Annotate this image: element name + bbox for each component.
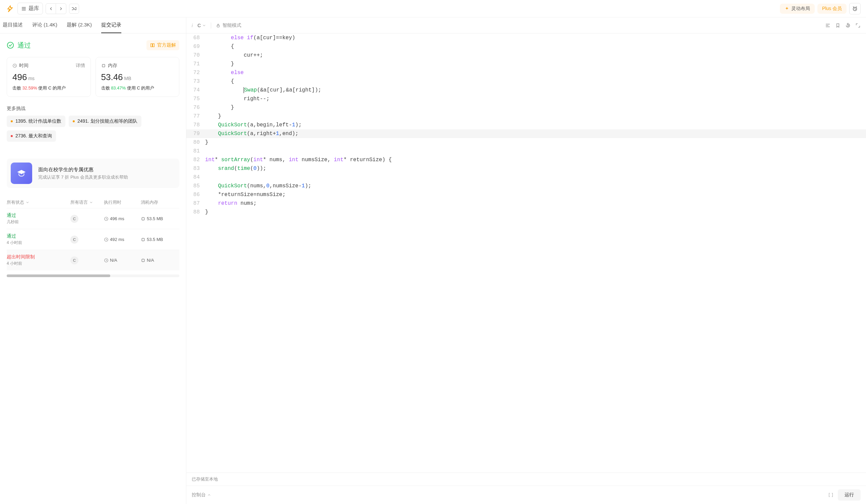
code-line[interactable]: 82int* sortArray(int* nums, int numsSize…	[186, 156, 866, 164]
code-line[interactable]: 69 {	[186, 42, 866, 51]
topbar: 题库 灵动布局 Plus 会员	[0, 0, 866, 18]
svg-rect-9	[142, 259, 144, 261]
time-card[interactable]: 时间 详情 496ms 击败 32.59% 使用 C 的用户	[7, 57, 91, 97]
line-number: 73	[186, 77, 205, 86]
code-line[interactable]: 79 QuickSort(a,right+1,end);	[186, 130, 866, 138]
runtime-value: 492 ms	[110, 237, 124, 242]
line-number: 69	[186, 42, 205, 51]
right-panel: i C 智能模式 68 else if(a[cur]==key)69 {70	[186, 18, 866, 504]
line-number: 71	[186, 60, 205, 68]
code-content: }	[205, 112, 221, 121]
code-content: cur++;	[205, 51, 263, 60]
tab-solutions[interactable]: 题解 (2.3K)	[67, 18, 92, 33]
code-line[interactable]: 68 else if(a[cur]==key)	[186, 34, 866, 42]
code-line[interactable]: 77 }	[186, 112, 866, 121]
code-line[interactable]: 83 srand(time(0));	[186, 164, 866, 173]
smart-layout-button[interactable]: 灵动布局	[780, 4, 815, 14]
horizontal-scrollbar[interactable]	[7, 275, 179, 277]
submission-row[interactable]: 通过4 小时前C492 ms53.5 MB	[7, 229, 179, 250]
logo-icon[interactable]	[5, 4, 15, 13]
code-line[interactable]: 75 right--;	[186, 94, 866, 103]
challenge-chip[interactable]: 1395. 统计作战单位数	[7, 116, 65, 127]
mem-percentile: 83.47%	[111, 86, 126, 90]
alarm-icon	[852, 6, 858, 12]
tab-description[interactable]: 题目描述	[3, 18, 23, 33]
memory-card[interactable]: 内存 53.46MB 击败 83.47% 使用 C 的用户	[96, 57, 180, 97]
code-content: else if(a[cur]==key)	[205, 34, 295, 42]
challenge-chip[interactable]: 2736. 最大和查询	[7, 130, 56, 142]
line-number: 76	[186, 103, 205, 112]
code-content: Swap(&a[cur],&a[right]);	[205, 86, 321, 94]
code-line[interactable]: 70 cur++;	[186, 51, 866, 60]
tabs: 题目描述 评论 (1.4K) 题解 (2.3K) 提交记录	[0, 18, 186, 34]
language-selector[interactable]: C	[197, 23, 206, 28]
clock-icon	[104, 216, 109, 221]
shuffle-button[interactable]	[69, 4, 79, 14]
more-challenges-title: 更多挑战	[7, 105, 179, 112]
brackets-icon[interactable]	[828, 492, 834, 498]
code-line[interactable]: 85 QuickSort(nums,0,numsSize-1);	[186, 182, 866, 190]
challenge-chip[interactable]: 2491. 划分技能点相等的团队	[69, 116, 142, 127]
code-content: return nums;	[205, 199, 257, 208]
code-line[interactable]: 88}	[186, 208, 866, 216]
status-filter[interactable]: 所有状态	[7, 199, 70, 205]
nav-arrows	[46, 3, 66, 14]
left-panel: 题目描述 评论 (1.4K) 题解 (2.3K) 提交记录 通过 官方题解	[0, 18, 186, 504]
line-number: 82	[186, 156, 205, 164]
bookmark-icon[interactable]	[835, 23, 841, 28]
code-content: QuickSort(a,right+1,end);	[205, 130, 298, 138]
code-line[interactable]: 81	[186, 147, 866, 156]
code-editor[interactable]: 68 else if(a[cur]==key)69 {70 cur++;71 }…	[186, 34, 866, 472]
editor-toolbar: i C 智能模式	[186, 18, 866, 34]
line-number: 87	[186, 199, 205, 208]
code-line[interactable]: 78 QuickSort(a,begin,left-1);	[186, 121, 866, 130]
submission-row[interactable]: 超出时间限制4 小时前CN/AN/A	[7, 250, 179, 270]
code-content: }	[205, 208, 209, 216]
tab-submissions[interactable]: 提交记录	[101, 18, 121, 33]
smart-layout-label: 灵动布局	[791, 6, 810, 12]
code-content: *returnSize=numsSize;	[205, 190, 286, 199]
solution-label: 官方题解	[157, 42, 176, 48]
shuffle-icon	[71, 6, 77, 11]
line-number: 70	[186, 51, 205, 60]
details-link[interactable]: 详情	[76, 63, 85, 69]
smart-mode-toggle[interactable]: 智能模式	[216, 22, 241, 29]
submission-row[interactable]: 通过几秒前C496 ms53.5 MB	[7, 208, 179, 229]
time-unit: ms	[28, 76, 34, 81]
timer-button[interactable]	[849, 3, 861, 14]
code-content: else	[205, 68, 244, 77]
code-line[interactable]: 87 return nums;	[186, 199, 866, 208]
line-number: 80	[186, 138, 205, 147]
code-line[interactable]: 74 Swap(&a[cur],&a[right]);	[186, 86, 866, 94]
next-problem-button[interactable]	[56, 4, 66, 14]
code-line[interactable]: 84	[186, 173, 866, 182]
svg-rect-3	[102, 65, 104, 67]
code-line[interactable]: 72 else	[186, 68, 866, 77]
expand-icon[interactable]	[855, 23, 861, 28]
tab-discuss[interactable]: 评论 (1.4K)	[32, 18, 57, 33]
run-button[interactable]: 运行	[838, 489, 861, 501]
svg-rect-5	[142, 217, 144, 220]
lock-icon	[216, 23, 221, 28]
prev-problem-button[interactable]	[46, 4, 56, 14]
code-line[interactable]: 73 {	[186, 77, 866, 86]
svg-point-1	[7, 42, 13, 48]
sparkle-icon	[785, 7, 789, 11]
problem-library-button[interactable]: 题库	[18, 3, 43, 14]
line-number: 81	[186, 147, 205, 156]
code-line[interactable]: 76 }	[186, 103, 866, 112]
official-solution-link[interactable]: 官方题解	[146, 40, 179, 50]
submissions-header: 所有状态 所有语言 执行用时 消耗内存	[7, 197, 179, 208]
format-icon[interactable]	[825, 23, 831, 28]
code-line[interactable]: 80}	[186, 138, 866, 147]
code-line[interactable]: 86 *returnSize=numsSize;	[186, 190, 866, 199]
reset-icon[interactable]	[845, 23, 851, 28]
plus-member-button[interactable]: Plus 会员	[818, 4, 846, 14]
code-content: int* sortArray(int* nums, int numsSize, …	[205, 156, 392, 164]
code-line[interactable]: 71 }	[186, 60, 866, 68]
time-column: 执行用时	[104, 199, 141, 205]
console-bar: 控制台 运行	[186, 485, 866, 504]
lang-filter[interactable]: 所有语言	[70, 199, 104, 205]
console-toggle[interactable]: 控制台	[192, 492, 211, 498]
student-promo[interactable]: 面向在校学生的专属优惠 完成认证享 7 折 Plus 会员及更多职业成长帮助	[7, 158, 179, 188]
